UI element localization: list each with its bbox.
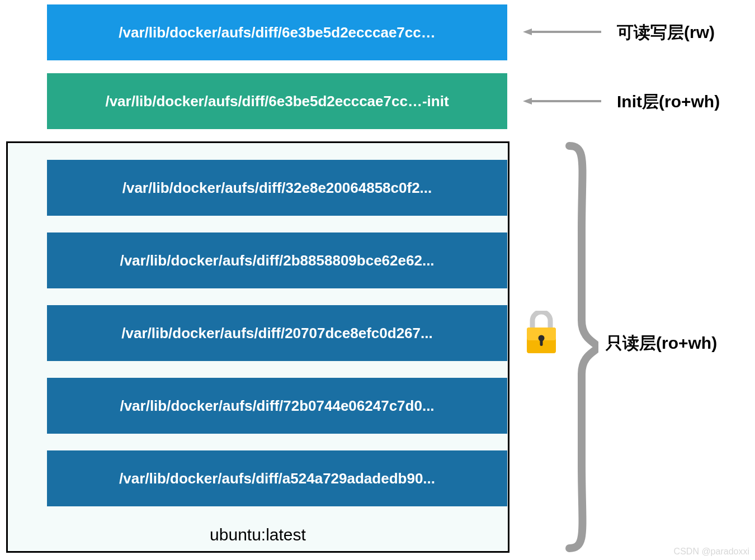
arrow-icon — [523, 97, 601, 105]
svg-marker-3 — [523, 98, 532, 105]
init-layer-path: /var/lib/docker/aufs/diff/6e3be5d2ecccae… — [105, 93, 449, 110]
svg-marker-1 — [523, 29, 532, 35]
watermark-text: CSDN @paradoxxi — [674, 547, 749, 557]
readonly-layer-path: /var/lib/docker/aufs/diff/32e8e20064858c… — [122, 179, 432, 197]
init-layer-box: /var/lib/docker/aufs/diff/6e3be5d2ecccae… — [47, 73, 507, 129]
rw-layer-label: 可读写层(rw) — [617, 21, 715, 44]
readonly-layer-1: /var/lib/docker/aufs/diff/32e8e20064858c… — [47, 160, 507, 216]
readonly-layer-2: /var/lib/docker/aufs/diff/2b8858809bce62… — [47, 232, 507, 288]
readonly-layer-path: /var/lib/docker/aufs/diff/20707dce8efc0d… — [121, 325, 432, 342]
readonly-layer-path: /var/lib/docker/aufs/diff/a524a729adaded… — [119, 470, 435, 487]
brace-icon — [565, 141, 598, 553]
rw-layer-box: /var/lib/docker/aufs/diff/6e3be5d2ecccae… — [47, 4, 507, 60]
readonly-layer-path: /var/lib/docker/aufs/diff/72b0744e06247c… — [120, 397, 434, 415]
image-tag-label: ubuntu:latest — [8, 525, 508, 544]
readonly-container: /var/lib/docker/aufs/diff/32e8e20064858c… — [6, 141, 509, 553]
readonly-layer-5: /var/lib/docker/aufs/diff/a524a729adaded… — [47, 450, 507, 506]
lock-icon — [525, 311, 558, 354]
svg-rect-7 — [540, 338, 543, 346]
readonly-layer-path: /var/lib/docker/aufs/diff/2b8858809bce62… — [120, 252, 434, 269]
readonly-layer-4: /var/lib/docker/aufs/diff/72b0744e06247c… — [47, 378, 507, 434]
readonly-layer-3: /var/lib/docker/aufs/diff/20707dce8efc0d… — [47, 305, 507, 361]
rw-layer-path: /var/lib/docker/aufs/diff/6e3be5d2ecccae… — [119, 24, 436, 41]
init-layer-label: Init层(ro+wh) — [617, 91, 720, 113]
readonly-layer-label: 只读层(ro+wh) — [606, 332, 717, 355]
arrow-icon — [523, 28, 601, 36]
